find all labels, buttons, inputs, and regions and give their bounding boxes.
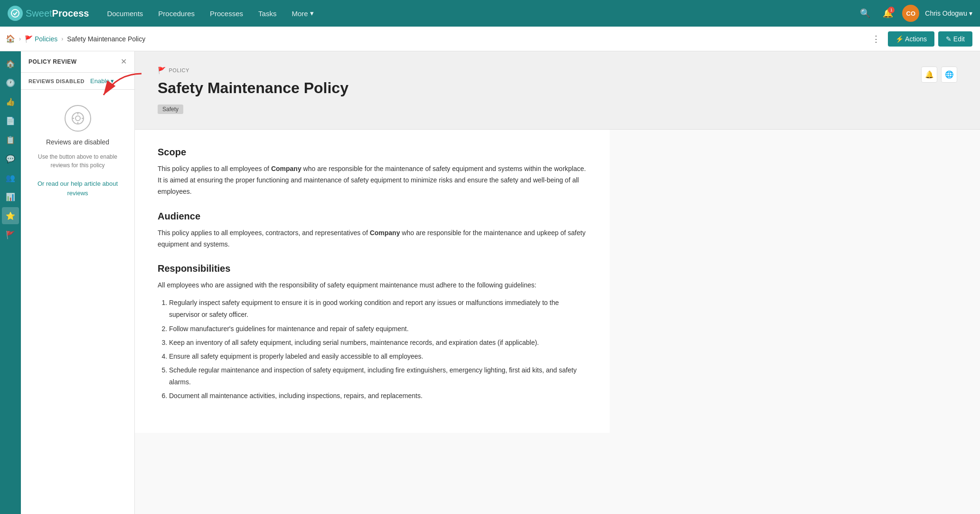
home-breadcrumb[interactable]: 🏠: [6, 34, 15, 43]
scope-heading: Scope: [158, 147, 587, 158]
responsibilities-heading: Responsibilities: [158, 263, 587, 274]
audience-text: This policy applies to all employees, co…: [158, 228, 587, 250]
logo-icon: [8, 6, 23, 21]
svg-point-0: [11, 10, 19, 17]
sidebar-home-icon[interactable]: 🏠: [2, 55, 19, 72]
policy-type-icon: 🚩: [158, 67, 166, 74]
sidebar-copy-icon[interactable]: 📋: [2, 131, 19, 148]
sidebar-clock-icon[interactable]: 🕐: [2, 74, 19, 91]
search-button[interactable]: 🔍: [857, 5, 874, 22]
nav-documents[interactable]: Documents: [100, 6, 150, 21]
main-layout: 🏠 🕐 👍 📄 📋 💬 👥 📊 ⭐ 🚩 POLICY REVIEW ✕ REVI…: [0, 51, 980, 514]
breadcrumb-actions: ⋮ ⚡ Actions ✎ Edit: [868, 31, 972, 47]
breadcrumb-bar: 🏠 › 🚩 Policies › Safety Maintenance Poli…: [0, 27, 980, 51]
nav-procedures[interactable]: Procedures: [151, 6, 201, 21]
sidebar-star-icon[interactable]: ⭐: [2, 207, 19, 224]
panel-title: POLICY REVIEW: [28, 58, 77, 65]
audience-section: Audience This policy applies to all empl…: [158, 211, 587, 250]
breadcrumb-policies[interactable]: 🚩 Policies: [25, 35, 57, 43]
nav-right: 🔍 🔔 1 CO Chris Odogwu ▾: [857, 5, 972, 22]
enable-reviews-button[interactable]: Enable ▾: [90, 77, 113, 85]
policy-header-left: 🚩 POLICY Safety Maintenance Policy Safet…: [158, 67, 921, 114]
responsibilities-section: Responsibilities All employees who are a…: [158, 263, 587, 402]
panel-content: Reviews are disabled Use the button abov…: [21, 90, 134, 514]
list-item: Regularly inspect safety equipment to en…: [169, 297, 587, 321]
notification-badge: 1: [888, 7, 895, 13]
policy-main-title: Safety Maintenance Policy: [158, 79, 921, 97]
list-item: Schedule regular maintenance and inspect…: [169, 364, 587, 388]
policy-type-label: 🚩 POLICY: [158, 67, 921, 74]
actions-button[interactable]: ⚡ Actions: [888, 31, 934, 47]
list-item: Keep an inventory of all safety equipmen…: [169, 337, 587, 349]
edit-button[interactable]: ✎ Edit: [938, 31, 972, 47]
bell-button[interactable]: 🔔: [921, 67, 937, 83]
page-title: Safety Maintenance Policy: [67, 35, 145, 43]
nav-tasks[interactable]: Tasks: [252, 6, 283, 21]
avatar[interactable]: CO: [902, 5, 919, 22]
globe-button[interactable]: 🌐: [941, 67, 957, 83]
nav-links: Documents Procedures Processes Tasks Mor…: [100, 5, 857, 21]
breadcrumb-sep-2: ›: [61, 36, 63, 42]
policy-header-section: 🚩 POLICY Safety Maintenance Policy Safet…: [135, 51, 980, 130]
top-navigation: SweetProcess Documents Procedures Proces…: [0, 0, 980, 27]
reviews-disabled-label: REVIEWS DISABLED: [28, 78, 85, 84]
list-item: Ensure all safety equipment is properly …: [169, 351, 587, 362]
user-name[interactable]: Chris Odogwu ▾: [925, 10, 972, 17]
chevron-down-icon: ▾: [310, 9, 314, 18]
svg-point-2: [75, 116, 80, 121]
policies-icon: 🚩: [25, 35, 33, 43]
policy-review-panel: POLICY REVIEW ✕ REVIEWS DISABLED Enable …: [21, 51, 135, 514]
scope-section: Scope This policy applies to all employe…: [158, 147, 587, 197]
reviews-disabled-title: Reviews are disabled: [46, 138, 109, 146]
panel-close-button[interactable]: ✕: [121, 58, 127, 66]
sidebar-chat-icon[interactable]: 💬: [2, 150, 19, 167]
content-body: Scope This policy applies to all employe…: [135, 130, 610, 432]
audience-heading: Audience: [158, 211, 587, 222]
policy-tag: Safety: [158, 105, 183, 114]
chevron-down-icon: ▾: [969, 10, 972, 17]
main-content: 🚩 POLICY Safety Maintenance Policy Safet…: [135, 51, 980, 514]
policy-header-icons: 🔔 🌐: [921, 67, 957, 83]
sidebar-thumb-icon[interactable]: 👍: [2, 93, 19, 110]
panel-header: POLICY REVIEW ✕: [21, 51, 134, 73]
breadcrumb-sep-1: ›: [19, 36, 21, 42]
more-options-button[interactable]: ⋮: [868, 31, 884, 47]
logo-text: SweetProcess: [26, 8, 89, 19]
sidebar-flag-icon[interactable]: 🚩: [2, 226, 19, 243]
list-item: Document all maintenance activities, inc…: [169, 390, 587, 402]
search-icon: 🔍: [860, 8, 870, 19]
responsibilities-intro: All employees who are assigned with the …: [158, 280, 587, 291]
sidebar-document-icon[interactable]: 📄: [2, 112, 19, 129]
sidebar-team-icon[interactable]: 👥: [2, 169, 19, 186]
reviews-disabled-desc: Use the button above to enable reviews f…: [30, 152, 125, 170]
panel-status-bar: REVIEWS DISABLED Enable ▾: [21, 73, 134, 90]
responsibilities-list: Regularly inspect safety equipment to en…: [158, 297, 587, 402]
sidebar-chart-icon[interactable]: 📊: [2, 188, 19, 205]
help-article-link[interactable]: Or read our help article about reviews: [30, 179, 125, 198]
left-sidebar: 🏠 🕐 👍 📄 📋 💬 👥 📊 ⭐ 🚩: [0, 51, 21, 514]
nav-more[interactable]: More ▾: [285, 5, 320, 21]
scope-text: This policy applies to all employees of …: [158, 163, 587, 197]
chevron-down-icon: ▾: [111, 77, 114, 85]
logo[interactable]: SweetProcess: [8, 6, 89, 21]
nav-processes[interactable]: Processes: [203, 6, 250, 21]
reviews-disabled-icon: [65, 105, 91, 132]
list-item: Follow manufacturer's guidelines for mai…: [169, 323, 587, 335]
notifications-button[interactable]: 🔔 1: [879, 5, 896, 22]
